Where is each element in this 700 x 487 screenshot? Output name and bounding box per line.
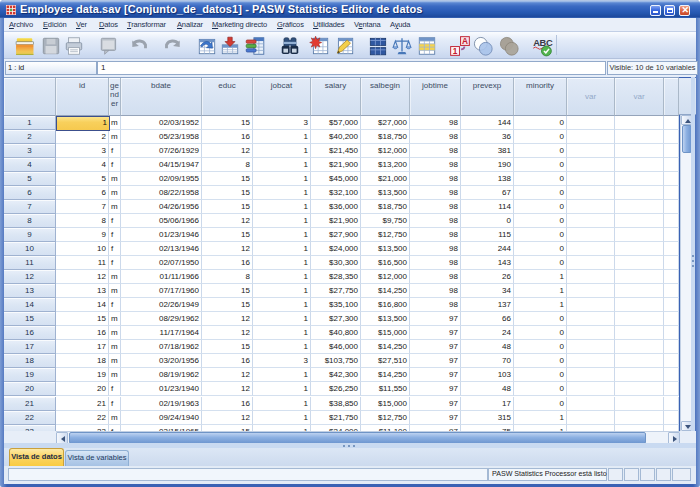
svg-text:ABC: ABC — [533, 38, 553, 48]
svg-text:A: A — [462, 37, 468, 46]
svg-text:1: 1 — [453, 46, 458, 55]
